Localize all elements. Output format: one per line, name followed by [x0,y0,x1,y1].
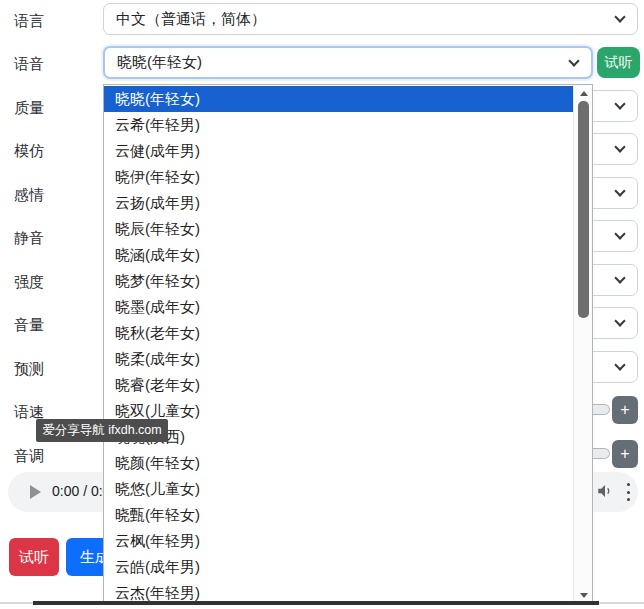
voice-option[interactable]: 晓甄(年轻女) [104,502,573,528]
chevron-down-icon [568,55,579,66]
voice-option[interactable]: 晓秋(老年女) [104,320,573,346]
chevron-down-icon [614,98,625,109]
chevron-down-icon [614,228,625,239]
chevron-down-icon [614,315,625,326]
quality-label: 质量 [14,99,100,118]
voice-option[interactable]: 云扬(成年男) [104,190,573,216]
voice-option[interactable]: 云皓(成年男) [104,554,573,580]
tts-app: 语言 中文（普通话，简体） 语音 晓晓(年轻女) 试听 质量 模仿 感情 静音 … [0,0,644,609]
voice-option[interactable]: 晓涵(成年女) [104,242,573,268]
silence-label: 静音 [14,229,100,248]
play-icon[interactable] [30,485,41,499]
pitch-plus-button[interactable]: + [612,440,638,468]
listen-button[interactable]: 试听 [9,538,59,576]
voice-listen-button[interactable]: 试听 [597,47,640,78]
player-menu-icon[interactable] [621,481,635,503]
voice-option[interactable]: 晓悠(儿童女) [104,476,573,502]
voice-label: 语音 [14,55,100,74]
chevron-down-icon [614,11,625,22]
voice-option[interactable]: 晓梦(年轻女) [104,268,573,294]
chevron-down-icon [614,272,625,283]
voice-option[interactable]: 云健(成年男) [104,138,573,164]
language-select[interactable]: 中文（普通话，简体） [103,3,638,35]
volume-icon[interactable] [596,482,614,504]
scrollbar-thumb[interactable] [578,101,589,318]
voice-option[interactable]: 晓晓(年轻女) [104,86,573,112]
voice-option[interactable]: 晓晓(陕西) [104,424,573,450]
voice-option[interactable]: 晓辰(年轻女) [104,216,573,242]
emotion-label: 感情 [14,186,100,205]
language-label: 语言 [14,12,100,31]
voice-select-value: 晓晓(年轻女) [117,53,202,72]
voice-option[interactable]: 晓柔(成年女) [104,346,573,372]
arrow-up-icon [580,91,588,96]
chevron-down-icon [614,185,625,196]
chevron-down-icon [614,359,625,370]
voice-option[interactable]: 云枫(年轻男) [104,528,573,554]
scroll-up-button[interactable] [574,85,593,101]
volume-label: 音量 [14,316,100,335]
bottom-border [33,601,599,605]
imitate-label: 模仿 [14,142,100,161]
voice-option[interactable]: 晓伊(年轻女) [104,164,573,190]
predict-label: 预测 [14,360,100,379]
voice-option[interactable]: 晓睿(老年女) [104,372,573,398]
speed-plus-button[interactable]: + [612,396,638,424]
voice-select[interactable]: 晓晓(年轻女) [103,46,593,79]
arrow-down-icon [580,593,588,598]
voice-option[interactable]: 云希(年轻男) [104,112,573,138]
intensity-label: 强度 [14,273,100,292]
voice-option[interactable]: 晓双(儿童女) [104,398,573,424]
pitch-label: 音调 [14,447,100,466]
dropdown-scrollbar[interactable] [573,85,592,603]
watermark: 爱分享导航 ifxdh.com [36,419,168,442]
voice-option[interactable]: 晓墨(成年女) [104,294,573,320]
chevron-down-icon [614,141,625,152]
language-select-value: 中文（普通话，简体） [116,10,266,29]
voice-option[interactable]: 晓颜(年轻女) [104,450,573,476]
voice-dropdown-list: 晓晓(年轻女) 云希(年轻男) 云健(成年男) 晓伊(年轻女) 云扬(成年男) … [103,84,593,604]
